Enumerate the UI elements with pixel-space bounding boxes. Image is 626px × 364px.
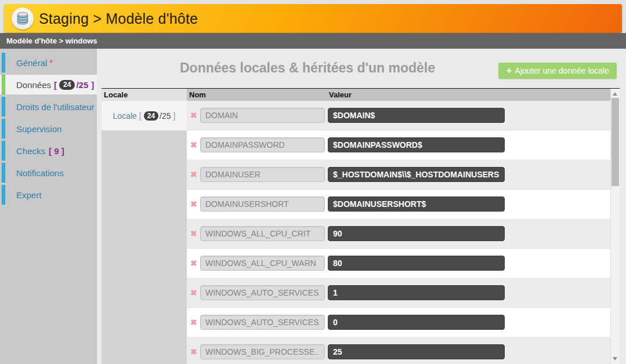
- section-title: Données locales & héritées d'un modèle: [180, 60, 435, 76]
- sidebar-item-notifications[interactable]: Notifications: [0, 163, 97, 183]
- count-total: /25: [76, 80, 88, 90]
- delete-row-icon[interactable]: ✖: [190, 228, 197, 239]
- delete-row-icon[interactable]: ✖: [190, 258, 197, 268]
- variable-value-input[interactable]: [328, 137, 505, 152]
- delete-row-icon[interactable]: ✖: [190, 140, 197, 150]
- table-row: ✖: [187, 249, 610, 278]
- count-bracket-close: ]: [173, 111, 176, 121]
- variable-value-input[interactable]: [328, 196, 505, 212]
- variable-name-input[interactable]: [200, 344, 325, 359]
- breadcrumb-text: Modèle d'hôte > windows: [0, 37, 97, 45]
- sidebar-item-expert[interactable]: Expert: [0, 185, 97, 205]
- delete-row-icon[interactable]: ✖: [190, 317, 197, 327]
- delete-row-icon[interactable]: ✖: [190, 110, 197, 121]
- table-row: ✖: [187, 130, 610, 160]
- delete-row-icon[interactable]: ✖: [190, 347, 197, 357]
- table-body: Locale [ 24 /25 ] ✖ ✖: [102, 101, 610, 364]
- delete-row-icon[interactable]: ✖: [190, 199, 197, 209]
- sidebar-item-droits-utilisateur[interactable]: Droits de l'utilisateur: [0, 97, 97, 117]
- sidebar-item-checks[interactable]: Checks [ 9 ]: [0, 141, 97, 161]
- variable-value-input[interactable]: [328, 315, 505, 330]
- variable-name-input[interactable]: [200, 196, 325, 212]
- sidebar-item-label: Checks: [16, 146, 45, 156]
- table-header-row: Locale Nom Valeur: [102, 89, 610, 101]
- variable-name-input[interactable]: [200, 315, 325, 330]
- checks-count: [ 9 ]: [49, 146, 64, 156]
- breadcrumb: Modèle d'hôte > windows: [0, 33, 626, 49]
- table-row: ✖: [187, 190, 610, 219]
- sidebar-item-donnees[interactable]: Données [ 24 /25 ]: [0, 75, 97, 94]
- count-total: /25: [160, 111, 171, 121]
- scrollbar-thumb[interactable]: [611, 98, 619, 186]
- sidebar-item-general[interactable]: Général *: [0, 53, 97, 72]
- scroll-up-arrow-icon[interactable]: [613, 92, 617, 96]
- variable-value-input[interactable]: [328, 108, 505, 123]
- column-header-nom: Nom: [187, 89, 327, 101]
- delete-row-icon[interactable]: ✖: [190, 287, 197, 298]
- variable-value-input[interactable]: [328, 344, 505, 359]
- count-badge: 24: [144, 111, 158, 121]
- column-header-locale: Locale: [102, 89, 187, 101]
- variable-name-input[interactable]: [200, 108, 325, 123]
- locale-label: Locale: [113, 111, 137, 121]
- add-button-label: Ajouter une donnée locale: [515, 63, 609, 79]
- sidebar-item-label: Général: [16, 58, 47, 68]
- variable-value-input[interactable]: [328, 226, 505, 241]
- variable-value-input[interactable]: [328, 256, 505, 271]
- tab-indicator-bar: [2, 75, 5, 94]
- app-logo[interactable]: [12, 8, 34, 30]
- table-row: ✖: [187, 219, 610, 249]
- page-title: Staging > Modèle d'hôte: [39, 4, 198, 33]
- scroll-down-arrow-icon[interactable]: [613, 357, 617, 361]
- delete-row-icon[interactable]: ✖: [190, 169, 197, 180]
- table-row: ✖: [187, 308, 610, 337]
- column-header-valeur: Valeur: [327, 89, 610, 101]
- sidebar-item-supervision[interactable]: Supervision: [0, 119, 97, 139]
- variables-table: Locale Nom Valeur Locale [ 24 /25 ]: [102, 88, 620, 364]
- variable-name-input[interactable]: [200, 285, 325, 300]
- variable-name-input[interactable]: [200, 256, 325, 271]
- sidebar-item-label: Notifications: [16, 168, 64, 178]
- database-icon: [15, 11, 30, 26]
- locale-group-cell: Locale [ 24 /25 ]: [102, 101, 187, 130]
- rows-column: ✖ ✖ ✖ ✖: [187, 101, 610, 364]
- tab-indicator-bar: [2, 141, 5, 161]
- required-marker: *: [49, 58, 52, 67]
- tab-indicator-bar: [2, 97, 5, 117]
- table-row: ✖: [187, 278, 610, 308]
- sidebar-item-label: Expert: [16, 190, 41, 200]
- count-bracket-open: [: [54, 80, 57, 90]
- tab-indicator-bar: [2, 119, 5, 139]
- locale-column: Locale [ 24 /25 ]: [102, 101, 187, 364]
- main-layout: Général * Données [ 24 /25 ] Droits de l…: [0, 49, 626, 364]
- tab-indicator-bar: [2, 163, 5, 183]
- table-row: ✖: [187, 101, 610, 130]
- variable-name-input[interactable]: [200, 167, 325, 182]
- variable-name-input[interactable]: [200, 137, 325, 152]
- variable-value-input[interactable]: [328, 167, 505, 182]
- vertical-scrollbar[interactable]: [610, 89, 620, 364]
- variable-name-input[interactable]: [200, 226, 325, 241]
- content-panel: Données locales & héritées d'un modèle +…: [97, 49, 626, 364]
- app-header: Staging > Modèle d'hôte: [4, 4, 622, 33]
- plus-icon: +: [506, 63, 512, 79]
- tab-indicator-bar: [2, 53, 5, 72]
- sidebar: Général * Données [ 24 /25 ] Droits de l…: [0, 49, 97, 364]
- sidebar-item-label: Droits de l'utilisateur: [16, 102, 95, 112]
- table-row: ✖: [187, 337, 610, 364]
- sidebar-item-label: Supervision: [16, 124, 61, 134]
- table-row: ✖: [187, 160, 610, 190]
- tab-indicator-bar: [2, 185, 5, 205]
- sidebar-item-label: Données: [16, 80, 51, 90]
- count-bracket-close: ]: [91, 80, 94, 90]
- count-badge: 24: [59, 80, 75, 90]
- host-template-page: { "header": { "title": "Staging > Modèle…: [0, 0, 626, 364]
- count-bracket-open: [: [139, 111, 142, 121]
- variable-value-input[interactable]: [328, 285, 505, 300]
- add-local-data-button[interactable]: + Ajouter une donnée locale: [498, 63, 617, 79]
